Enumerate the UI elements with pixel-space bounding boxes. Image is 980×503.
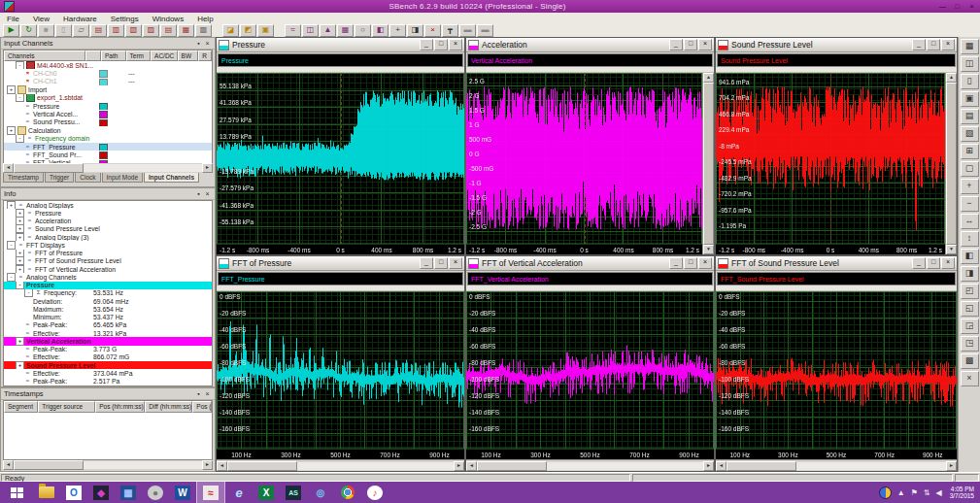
window-titlebar-fft-of-sound-pressure-level[interactable]: FFT of Sound Pressure Level_□× <box>716 256 957 271</box>
tree-item[interactable]: ≈Effective:866.072 mG <box>4 353 212 361</box>
plot-canvas[interactable] <box>217 73 464 254</box>
tree-item[interactable]: -≈FFT Displays <box>4 241 212 249</box>
input-channels-pin-icon[interactable]: ▪ <box>194 40 203 47</box>
tab-trigger[interactable]: Trigger <box>45 173 74 183</box>
side-tool-export-display[interactable]: ▣ <box>961 91 979 107</box>
plot-canvas[interactable] <box>466 291 714 459</box>
tree-item[interactable]: ≈Effective:13.321 kPa <box>4 329 212 337</box>
tree-item[interactable]: ≈Vertical Accel... <box>4 110 212 117</box>
info-header[interactable]: Info▪× <box>1 188 215 200</box>
menu-view[interactable]: View <box>26 15 56 23</box>
tree-item[interactable]: ≈Effective:373.044 mPa <box>4 369 212 377</box>
expand-icon[interactable]: + <box>7 85 16 93</box>
expand-icon[interactable]: + <box>7 201 16 209</box>
window-close-button[interactable]: × <box>698 39 712 50</box>
edit-signal-button[interactable]: ▱ <box>73 24 89 37</box>
taskbar-item-word[interactable]: W <box>169 482 196 503</box>
expand-icon[interactable]: + <box>16 225 24 233</box>
tree-item[interactable]: ≈Sound Pressu... <box>4 118 212 126</box>
side-tool-half-right[interactable]: ◨ <box>961 266 979 282</box>
menu-help[interactable]: Help <box>190 15 220 23</box>
menu-file[interactable]: File <box>0 15 26 23</box>
scroll-left-arrow[interactable]: ◄ <box>217 461 227 471</box>
tree-item[interactable]: +≈FFT of Vertical Acceleration <box>4 265 212 273</box>
side-tool-quad-bl[interactable]: ◱ <box>961 301 979 317</box>
taskbar-item-file-explorer[interactable] <box>33 482 60 503</box>
timestamps-header[interactable]: Timestamps▪× <box>1 388 215 400</box>
side-tool-zoom-in[interactable]: + <box>961 179 979 194</box>
scroll-left-arrow[interactable]: ◄ <box>3 163 14 173</box>
show-circle-button[interactable]: ○ <box>355 24 371 37</box>
window-titlebar-acceleration[interactable]: Acceleration_□× <box>466 38 714 52</box>
column-header-pos-hh-mm-ss-[interactable]: Pos (hh:mm:ss) <box>95 401 145 413</box>
start-button[interactable] <box>0 482 33 503</box>
tree-item[interactable]: +Sound Pressure Level <box>4 361 212 369</box>
app-minimize-button[interactable]: — <box>936 2 949 12</box>
window-maximize-button[interactable]: □ <box>684 257 697 269</box>
taskbar-item-media-app[interactable]: ● <box>142 482 169 503</box>
copy-display-button[interactable]: ◨ <box>407 24 423 37</box>
tab-clock[interactable]: Clock <box>75 173 100 183</box>
taskbar-item-outlook[interactable]: O <box>60 482 87 503</box>
window-maximize-button[interactable]: □ <box>927 39 940 50</box>
layout-bottom-button[interactable]: ▬ <box>459 24 476 37</box>
tree-item[interactable]: +≈FFT of Sound Pressure Level <box>4 257 212 265</box>
window-close-button[interactable]: × <box>449 39 462 50</box>
expand-icon[interactable]: + <box>16 233 24 241</box>
window-minimize-button[interactable]: _ <box>912 39 926 50</box>
split-left-button[interactable]: ◧ <box>372 24 389 37</box>
tree-item[interactable]: -Pressure <box>4 282 212 289</box>
side-tool-close-tool[interactable]: × <box>961 371 979 386</box>
expand-icon[interactable]: + <box>16 257 24 265</box>
app-titlebar[interactable]: SBench 6.2.9 build 10224 (Professional -… <box>0 0 980 13</box>
tree-item[interactable]: Maximum:53.654 Hz <box>4 305 212 313</box>
scroll-down-arrow[interactable]: ▼ <box>703 245 714 254</box>
tree-item[interactable]: ≈FFT_Sound Pr... <box>4 151 212 158</box>
input-channels-header[interactable]: Input Channels▪× <box>1 38 215 50</box>
column-header-segment[interactable]: Segment <box>4 401 38 413</box>
tree-item[interactable]: ×CH-Ch0--- <box>4 69 212 77</box>
new-combined-display-button[interactable]: ▩ <box>195 24 212 37</box>
channel-color-swatch[interactable] <box>99 79 108 85</box>
app-maximize-button[interactable]: □ <box>951 2 963 12</box>
tree-item[interactable]: ≈FFT_Pressure <box>4 143 212 151</box>
new-analog-display-button[interactable]: ▤ <box>90 24 107 37</box>
column-header-Channels[interactable]: Channels <box>4 50 85 61</box>
side-tool-quad-tl[interactable]: ◰ <box>961 284 979 299</box>
menu-windows[interactable]: Windows <box>146 15 190 23</box>
window-minimize-button[interactable]: _ <box>669 39 683 50</box>
tree-item[interactable]: +Vertical Acceleration <box>4 337 212 345</box>
tree-item[interactable]: Minimum:53.437 Hz <box>4 314 212 321</box>
tab-input-channels[interactable]: Input Channels <box>144 173 199 183</box>
show-hidden-icons-chevron[interactable]: ▲ <box>897 488 905 497</box>
close-display-button[interactable]: × <box>424 24 441 37</box>
plot-canvas[interactable] <box>716 73 945 254</box>
run-loop-button[interactable]: ↻ <box>20 24 37 37</box>
plot-vscrollbar[interactable]: ▲▼ <box>945 73 957 254</box>
scroll-thumb[interactable] <box>727 461 796 471</box>
side-tool-report[interactable]: ▯ <box>961 74 979 89</box>
side-tool-grid-display[interactable]: ▦ <box>961 39 979 54</box>
plot-hscrollbar[interactable]: ◄► <box>716 459 957 471</box>
taskbar-item-photos[interactable]: ▦ <box>115 482 142 503</box>
tree-item[interactable]: -≈Analog Channels <box>4 273 212 281</box>
taskbar-item-itunes[interactable]: ♪ <box>361 482 389 503</box>
collapse-icon[interactable]: - <box>16 94 24 102</box>
column-header-AC/DC[interactable]: AC/DC <box>151 50 178 61</box>
show-cursor-button[interactable]: ▲ <box>320 24 336 37</box>
tree-item[interactable]: +≈Pressure <box>4 209 212 217</box>
tree-item[interactable]: +≈Sound Pressure Level <box>4 225 212 233</box>
channel-color-swatch[interactable] <box>99 144 108 151</box>
taskbar-item-sbench[interactable]: ≈ <box>196 482 225 503</box>
expand-icon[interactable]: + <box>16 337 24 345</box>
tree-item[interactable]: ≈Peak-Peak:65.465 kPa <box>4 321 212 329</box>
export-signal-button[interactable]: ◩ <box>240 24 256 37</box>
new-xy-display-button[interactable]: ▧ <box>125 24 142 37</box>
scroll-up-arrow[interactable]: ▲ <box>703 73 714 83</box>
tree-item[interactable]: +≈Acceleration <box>4 218 212 225</box>
scroll-thumb[interactable] <box>227 461 297 471</box>
menu-settings[interactable]: Settings <box>104 15 146 23</box>
scroll-right-arrow[interactable]: ► <box>703 461 714 471</box>
tree-item[interactable]: -export_1.sbtdat <box>4 94 212 102</box>
run-button[interactable]: ▶ <box>3 24 19 37</box>
